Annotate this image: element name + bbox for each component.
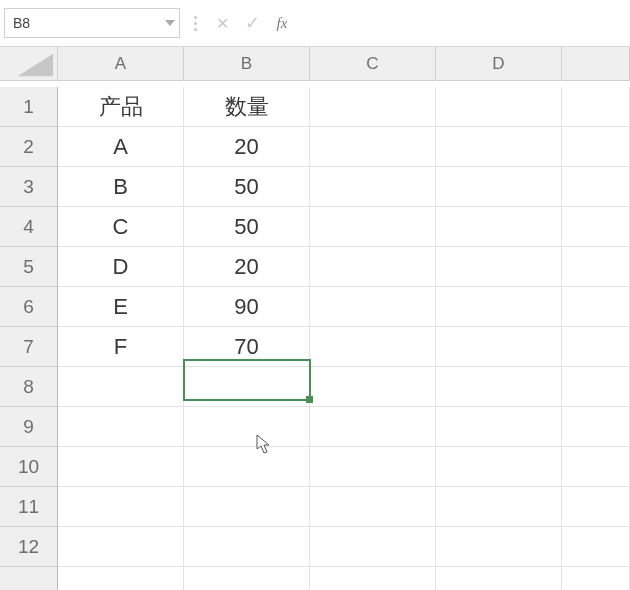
cell-D10[interactable] bbox=[436, 447, 562, 487]
cell[interactable] bbox=[562, 567, 630, 590]
cell-D9[interactable] bbox=[436, 407, 562, 447]
confirm-button[interactable]: ✓ bbox=[237, 9, 267, 37]
cell-D11[interactable] bbox=[436, 487, 562, 527]
cell-B8[interactable] bbox=[184, 367, 310, 407]
row-header[interactable]: 5 bbox=[0, 247, 58, 287]
row-header[interactable]: 7 bbox=[0, 327, 58, 367]
cell-B6[interactable]: 90 bbox=[184, 287, 310, 327]
name-box[interactable]: B8 bbox=[4, 8, 180, 38]
row-header[interactable]: 1 bbox=[0, 87, 58, 127]
fx-button[interactable]: fx bbox=[267, 9, 297, 37]
cell-B3[interactable]: 50 bbox=[184, 167, 310, 207]
cell-B7[interactable]: 70 bbox=[184, 327, 310, 367]
cell[interactable] bbox=[562, 87, 630, 127]
cancel-button[interactable]: ✕ bbox=[207, 9, 237, 37]
cell-D4[interactable] bbox=[436, 207, 562, 247]
cell-B2[interactable]: 20 bbox=[184, 127, 310, 167]
cell-A4[interactable]: C bbox=[58, 207, 184, 247]
cell[interactable] bbox=[562, 407, 630, 447]
fx-icon: fx bbox=[277, 15, 288, 32]
cell-C1[interactable] bbox=[310, 87, 436, 127]
row-header[interactable]: 6 bbox=[0, 287, 58, 327]
row-header[interactable]: 4 bbox=[0, 207, 58, 247]
row-header[interactable]: 10 bbox=[0, 447, 58, 487]
svg-marker-0 bbox=[18, 53, 53, 76]
row-header[interactable]: 12 bbox=[0, 527, 58, 567]
cell[interactable] bbox=[562, 367, 630, 407]
cell[interactable] bbox=[562, 167, 630, 207]
cell[interactable] bbox=[562, 247, 630, 287]
cell-C5[interactable] bbox=[310, 247, 436, 287]
row-header[interactable] bbox=[0, 567, 58, 590]
cell-C7[interactable] bbox=[310, 327, 436, 367]
cell[interactable] bbox=[58, 567, 184, 590]
cancel-icon: ✕ bbox=[216, 14, 229, 33]
cell-D5[interactable] bbox=[436, 247, 562, 287]
cell[interactable] bbox=[562, 327, 630, 367]
cell-A1[interactable]: 产品 bbox=[58, 87, 184, 127]
cell-D8[interactable] bbox=[436, 367, 562, 407]
cell-A7[interactable]: F bbox=[58, 327, 184, 367]
cell-C6[interactable] bbox=[310, 287, 436, 327]
cell-B5[interactable]: 20 bbox=[184, 247, 310, 287]
spreadsheet-app: B8 ✕ ✓ fx A B C D 1 产品 数量 2 A 20 3 bbox=[0, 0, 630, 590]
cell[interactable] bbox=[562, 127, 630, 167]
cell[interactable] bbox=[562, 287, 630, 327]
cell[interactable] bbox=[562, 447, 630, 487]
cell-B12[interactable] bbox=[184, 527, 310, 567]
row-header[interactable]: 2 bbox=[0, 127, 58, 167]
cell-B10[interactable] bbox=[184, 447, 310, 487]
cell-C10[interactable] bbox=[310, 447, 436, 487]
cell-B4[interactable]: 50 bbox=[184, 207, 310, 247]
cell[interactable] bbox=[562, 487, 630, 527]
cell-B11[interactable] bbox=[184, 487, 310, 527]
cell-A2[interactable]: A bbox=[58, 127, 184, 167]
col-header-B[interactable]: B bbox=[184, 47, 310, 81]
cell[interactable] bbox=[184, 567, 310, 590]
cell-A11[interactable] bbox=[58, 487, 184, 527]
row-header[interactable]: 3 bbox=[0, 167, 58, 207]
cell-A8[interactable] bbox=[58, 367, 184, 407]
cell-A12[interactable] bbox=[58, 527, 184, 567]
chevron-down-icon[interactable] bbox=[165, 20, 175, 26]
cell-C3[interactable] bbox=[310, 167, 436, 207]
cell-A10[interactable] bbox=[58, 447, 184, 487]
cell-A5[interactable]: D bbox=[58, 247, 184, 287]
cell-B9[interactable] bbox=[184, 407, 310, 447]
cell-C9[interactable] bbox=[310, 407, 436, 447]
cell[interactable] bbox=[562, 527, 630, 567]
cell-A6[interactable]: E bbox=[58, 287, 184, 327]
col-header-C[interactable]: C bbox=[310, 47, 436, 81]
cell[interactable] bbox=[562, 207, 630, 247]
separator-dots-icon bbox=[194, 16, 197, 31]
check-icon: ✓ bbox=[245, 12, 260, 34]
select-all-corner[interactable] bbox=[0, 47, 58, 81]
cell[interactable] bbox=[436, 567, 562, 590]
col-header-last[interactable] bbox=[562, 47, 630, 81]
cell-A9[interactable] bbox=[58, 407, 184, 447]
row-header[interactable]: 9 bbox=[0, 407, 58, 447]
formula-bar: B8 ✕ ✓ fx bbox=[0, 0, 630, 47]
cell-D7[interactable] bbox=[436, 327, 562, 367]
cell-A3[interactable]: B bbox=[58, 167, 184, 207]
name-box-value: B8 bbox=[13, 15, 30, 31]
cell[interactable] bbox=[310, 567, 436, 590]
row-header[interactable]: 8 bbox=[0, 367, 58, 407]
cell-C8[interactable] bbox=[310, 367, 436, 407]
cell-D2[interactable] bbox=[436, 127, 562, 167]
spreadsheet-grid[interactable]: A B C D 1 产品 数量 2 A 20 3 B 50 4 C 50 5 bbox=[0, 47, 630, 590]
cell-B1[interactable]: 数量 bbox=[184, 87, 310, 127]
cell-D3[interactable] bbox=[436, 167, 562, 207]
cell-D12[interactable] bbox=[436, 527, 562, 567]
row-header[interactable]: 11 bbox=[0, 487, 58, 527]
cell-C2[interactable] bbox=[310, 127, 436, 167]
cell-D6[interactable] bbox=[436, 287, 562, 327]
col-header-A[interactable]: A bbox=[58, 47, 184, 81]
cell-C4[interactable] bbox=[310, 207, 436, 247]
cell-D1[interactable] bbox=[436, 87, 562, 127]
cell-C12[interactable] bbox=[310, 527, 436, 567]
col-header-D[interactable]: D bbox=[436, 47, 562, 81]
cell-C11[interactable] bbox=[310, 487, 436, 527]
formula-input[interactable] bbox=[303, 8, 624, 39]
